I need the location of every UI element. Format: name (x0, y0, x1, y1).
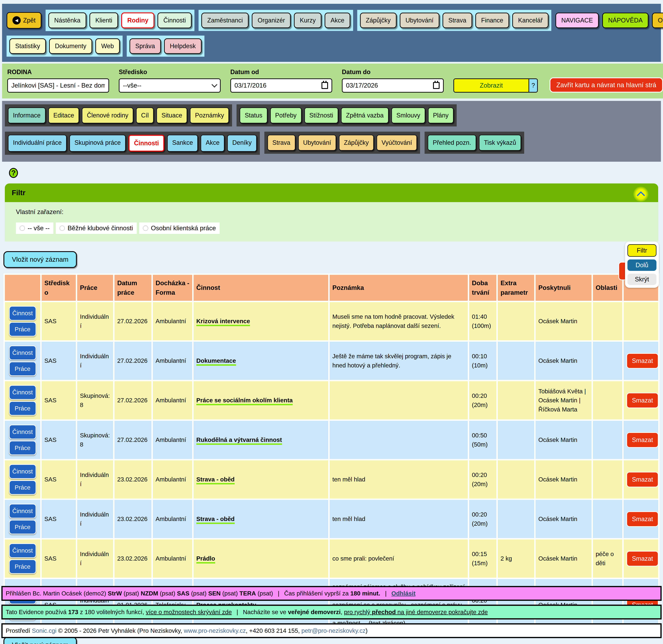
nav-item-statistiky[interactable]: Statistiky (9, 38, 46, 54)
nav-item-akce[interactable]: Akce (325, 13, 350, 28)
tab-tisk-vykazu[interactable]: Tisk výkazů (479, 135, 521, 151)
tab-editace[interactable]: Editace (48, 108, 79, 123)
smazat-button[interactable]: Smazat (626, 393, 659, 408)
activity-link[interactable]: Strava - oběd (196, 476, 235, 484)
nav-item-dokumenty[interactable]: Dokumenty (49, 38, 92, 54)
nav-item-cinnosti[interactable]: Činnosti (157, 13, 192, 28)
cinnost-button[interactable]: Činnost (9, 425, 36, 439)
nav-item-web[interactable]: Web (95, 38, 120, 54)
radio-option-klientska[interactable]: Osobní klientská práce (139, 222, 220, 234)
tab-prehled-pozn[interactable]: Přehled pozn. (428, 135, 476, 151)
page-help-icon[interactable]: ? (9, 168, 18, 178)
radio-option-klubove[interactable]: Běžné klubové činnosti (56, 222, 137, 234)
tab-ubytovani[interactable]: Ubytování (298, 135, 336, 151)
sonic-link[interactable]: Sonic.cgi (32, 627, 56, 634)
nav-item-organizer[interactable]: Organizér (252, 13, 291, 28)
radio-input-klubove[interactable] (60, 226, 65, 231)
calendar-icon[interactable] (433, 82, 440, 89)
odhlasit-link[interactable]: Odhlásit (391, 590, 416, 597)
tab-sankce[interactable]: Sankce (167, 135, 198, 152)
activity-link[interactable]: Strava - oběd (196, 515, 235, 524)
prace-button[interactable]: Práce (9, 441, 36, 456)
activity-link[interactable]: Dokumentace (196, 357, 236, 366)
napoveda-button[interactable]: NÁPOVĚDA (602, 13, 648, 28)
tab-potreby[interactable]: Potřeby (270, 108, 302, 123)
tab-akce[interactable]: Akce (201, 135, 225, 152)
hide-options-link[interactable]: více o možnostech skrývání zde (146, 608, 232, 615)
nav-item-sprava[interactable]: Správa (130, 38, 161, 54)
zobrazit-button[interactable]: Zobrazit (454, 79, 528, 92)
nav-item-kancelar[interactable]: Kancelář (512, 13, 549, 28)
radio-option-vse[interactable]: -- vše -- (16, 222, 53, 234)
tab-smlouvy[interactable]: Smlouvy (391, 108, 425, 123)
nav-item-kurzy[interactable]: Kurzy (294, 13, 321, 28)
smazat-button[interactable]: Smazat (626, 432, 659, 448)
nav-item-rodiny-active[interactable]: Rodiny (121, 13, 154, 28)
datum-od-input[interactable] (234, 82, 321, 89)
nav-item-zapujcky[interactable]: Zápůjčky (360, 13, 396, 28)
prace-button[interactable]: Práce (9, 401, 36, 416)
tab-strava[interactable]: Strava (268, 135, 295, 151)
tab-poznamky[interactable]: Poznámky (190, 108, 229, 123)
nav-item-nastenka[interactable]: Nástěnka (48, 13, 86, 28)
calendar-icon[interactable] (321, 82, 328, 89)
radio-input-vse[interactable] (20, 226, 25, 231)
activity-link[interactable]: Prádlo (196, 555, 215, 563)
hide-panel-button[interactable]: Skrýt (627, 274, 657, 285)
nav-item-ubytovani[interactable]: Ubytování (400, 13, 439, 28)
nav-item-zamestnanci[interactable]: Zaměstnanci (201, 13, 249, 28)
tab-vyuctovani[interactable]: Vyúčtování (376, 135, 417, 151)
rodina-input[interactable] (12, 82, 105, 89)
website-link[interactable]: www.pro-neziskovky.cz (184, 627, 246, 634)
prace-button[interactable]: Práce (9, 480, 36, 495)
prace-button[interactable]: Práce (9, 322, 36, 337)
tab-individualni-prace[interactable]: Individuální práce (8, 135, 67, 152)
close-card-button[interactable]: Zavřít kartu a návrat na hlavní strá (550, 77, 663, 93)
tab-deniky[interactable]: Deníky (227, 135, 256, 152)
prace-button[interactable]: Práce (9, 559, 36, 574)
tab-situace[interactable]: Situace (156, 108, 187, 123)
collapse-panel-button[interactable] (633, 186, 648, 202)
back-button[interactable]: ◄ Zpět (6, 12, 41, 29)
radio-input-klientska[interactable] (143, 226, 148, 231)
datum-do-input[interactable] (346, 82, 433, 89)
smazat-button[interactable]: Smazat (626, 472, 659, 487)
tab-clenove-rodiny[interactable]: Členové rodiny (82, 108, 133, 123)
nav-item-finance[interactable]: Finance (475, 13, 509, 28)
zobrazit-help-button[interactable]: ? (528, 79, 537, 92)
nav-item-strava[interactable]: Strava (442, 13, 472, 28)
tab-cinnosti-active[interactable]: Činnosti (129, 135, 164, 152)
insert-record-button-top[interactable]: Vložit nový záznam (3, 251, 77, 268)
tab-skupinova-prace[interactable]: Skupinová práce (69, 135, 126, 152)
prace-button[interactable]: Práce (9, 520, 36, 534)
smazat-button[interactable]: Smazat (626, 511, 659, 527)
activity-link[interactable]: Krizová intervence (196, 318, 250, 326)
scroll-down-button[interactable]: Dolů (627, 260, 657, 271)
cinnost-button[interactable]: Činnost (9, 306, 36, 320)
prace-button[interactable]: Práce (9, 361, 36, 376)
smazat-button[interactable]: Smazat (626, 551, 659, 567)
table-filtr-button[interactable]: Filtr (627, 244, 657, 257)
demo-switch-link[interactable]: pro rychlý přechod na jiné demoverze pok… (344, 608, 488, 615)
cinnost-button[interactable]: Činnost (9, 385, 36, 400)
cinnost-button[interactable]: Činnost (9, 504, 36, 518)
cinnost-button[interactable]: Činnost (9, 346, 36, 360)
tab-zpetna-vazba[interactable]: Zpětná vazba (341, 108, 389, 123)
odhlasit-button[interactable]: ODHLÁSIT (652, 13, 663, 28)
activity-link[interactable]: Práce se sociálním okolím klienta (196, 397, 293, 405)
nav-item-klienti[interactable]: Klienti (89, 13, 118, 28)
navigace-button[interactable]: NAVIGACE (555, 13, 599, 28)
tab-stiznosti[interactable]: Stížnosti (304, 108, 338, 123)
tab-zapujcky[interactable]: Zápůjčky (339, 135, 374, 151)
tab-informace[interactable]: Informace (8, 108, 46, 123)
stredisko-select[interactable]: --vše-- (119, 79, 221, 93)
smazat-button[interactable]: Smazat (626, 353, 659, 369)
cinnost-button[interactable]: Činnost (9, 543, 36, 558)
tab-status[interactable]: Status (239, 108, 267, 123)
tab-plany[interactable]: Plány (428, 108, 454, 123)
cinnost-button[interactable]: Činnost (9, 464, 36, 479)
activity-link[interactable]: Rukodělná a výtvarná činnost (196, 436, 282, 445)
email-link[interactable]: petr@pro-neziskovky.cz (301, 627, 366, 634)
tab-cil[interactable]: Cíl (136, 108, 154, 123)
nav-item-helpdesk[interactable]: Helpdesk (164, 38, 202, 54)
